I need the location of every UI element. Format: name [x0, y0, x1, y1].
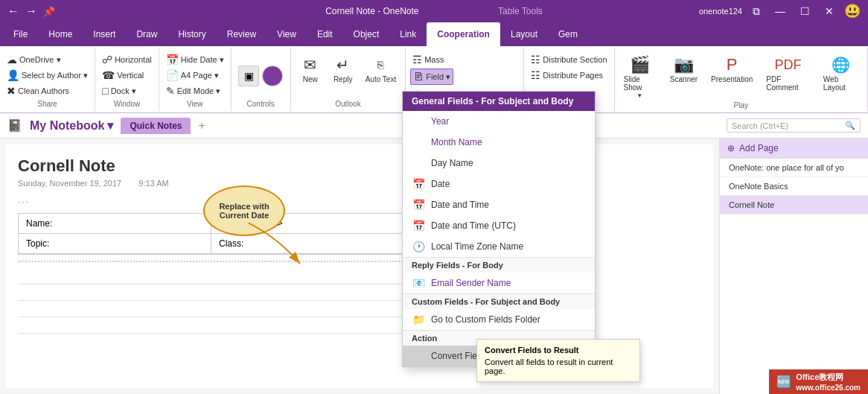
dropdown-item-day-name[interactable]: Day Name — [403, 153, 595, 174]
tooltip-title: Convert Fields to Result — [485, 346, 632, 355]
custom-fields-header: Custom Fields - For Subject and Body — [403, 294, 595, 309]
dropdown-item-date-time-utc[interactable]: 📅 Date and Time (UTC) — [403, 215, 595, 236]
dropdown-item-email-sender[interactable]: 📧 Email Sender Name — [403, 273, 595, 293]
dropdown-item-date-time[interactable]: 📅 Date and Time — [403, 194, 595, 215]
convert-icon — [412, 349, 425, 363]
timezone-icon: 🕐 — [412, 240, 425, 253]
dropdown-item-month-name[interactable]: Month Name — [403, 132, 595, 153]
date-icon: 📅 — [412, 177, 425, 191]
reply-fields-header: Reply Fields - For Body — [403, 258, 595, 273]
tooltip-description: Convert all fields to result in current … — [485, 358, 632, 375]
dropdown-item-date[interactable]: 📅 Date — [403, 174, 595, 194]
dropdown-item-custom-folder[interactable]: 📁 Go to Custom Fields Folder — [403, 309, 595, 330]
email-icon: 📧 — [412, 276, 425, 290]
dropdown-item-year[interactable]: Year — [403, 111, 595, 132]
office-logo: 🆕 — [776, 375, 791, 389]
date-time-utc-icon: 📅 — [412, 219, 425, 232]
tooltip-box: Convert Fields to Result Convert all fie… — [476, 339, 640, 382]
field-dropdown-menu: General Fields - For Subject and Body Ye… — [402, 91, 596, 367]
watermark-bar: 🆕 Office教程网www.office26.com — [769, 369, 868, 394]
year-icon — [412, 115, 425, 128]
dropdown-item-timezone[interactable]: 🕐 Local Time Zone Name — [403, 236, 595, 257]
watermark-text: Office教程网www.office26.com — [796, 372, 861, 392]
folder-icon: 📁 — [412, 313, 425, 326]
dropdown-header: General Fields - For Subject and Body — [403, 92, 595, 111]
date-time-icon: 📅 — [412, 198, 425, 212]
day-name-icon — [412, 156, 425, 170]
month-name-icon — [412, 136, 425, 149]
